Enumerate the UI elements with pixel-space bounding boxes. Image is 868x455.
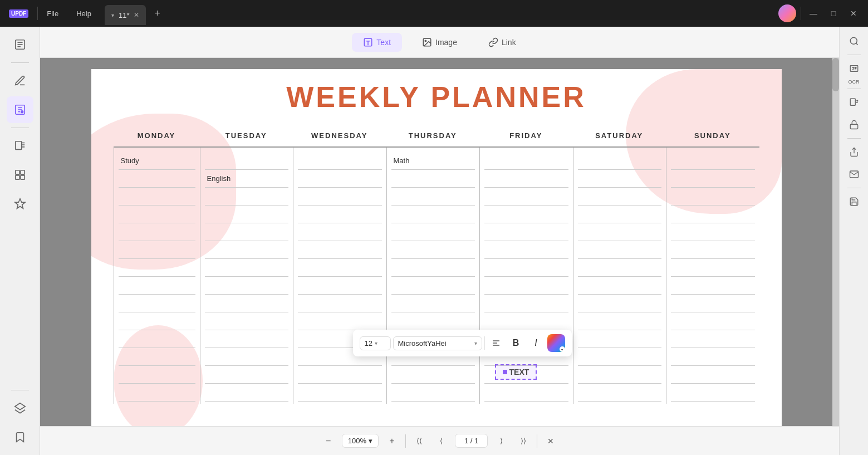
bottom-toolbar: − 100% ▾ + ⟨⟨ ⟨ 1 / 1 ⟩ ⟩⟩ ✕	[40, 426, 839, 455]
monday-line-2	[119, 170, 195, 188]
image-tool-label: Image	[435, 38, 457, 47]
vertical-scrollbar[interactable]	[832, 58, 839, 426]
user-avatar[interactable]	[778, 4, 796, 22]
text-bold-button[interactable]: B	[507, 334, 525, 352]
minimize-button[interactable]: —	[806, 6, 821, 21]
font-size-arrow[interactable]: ▾	[375, 340, 377, 346]
left-sidebar: ◂	[0, 27, 40, 455]
col-wednesday	[293, 148, 386, 404]
bold-symbol: B	[513, 338, 519, 348]
svg-point-18	[425, 40, 426, 41]
text-color-button[interactable]: ▾	[547, 334, 565, 352]
fri-line-9	[484, 295, 568, 312]
file-menu[interactable]: File	[38, 0, 67, 27]
tuesday-line-10	[205, 312, 289, 330]
tab-title: 11*	[119, 11, 130, 19]
monday-line-1: Study	[119, 152, 195, 170]
rp-ocr-label: OCR	[849, 80, 860, 85]
image-tool-button[interactable]: Image	[411, 33, 468, 52]
tuesday-line-3	[205, 188, 289, 206]
tuesday-line-5	[205, 223, 289, 241]
rp-ocr-button[interactable]	[844, 58, 864, 79]
bt-separator-1	[405, 434, 406, 448]
help-menu[interactable]: Help	[67, 0, 100, 27]
rp-sign-button[interactable]	[844, 164, 864, 184]
app-logo: UPDF	[0, 9, 37, 18]
col-sunday	[666, 148, 759, 404]
monday-line-5	[119, 223, 195, 241]
sun-line-9	[671, 295, 755, 312]
rp-protect-button[interactable]	[844, 115, 864, 135]
document-page: WEEKLY PLANNER MONDAY TUESDAY WEDNESDAY …	[91, 69, 782, 426]
content-area: Text Image Link	[40, 27, 839, 455]
zoom-in-button[interactable]: +	[383, 432, 401, 450]
svg-point-8	[21, 111, 23, 113]
sidebar-divider-2	[11, 128, 29, 128]
text-italic-button[interactable]: I	[527, 334, 545, 352]
sun-line-10	[671, 312, 755, 330]
sun-line-11	[671, 330, 755, 348]
tab-dropdown-icon[interactable]: ▾	[111, 12, 114, 18]
color-arrow-icon: ▾	[560, 346, 565, 352]
text-input-placeholder[interactable]: TEXT	[495, 364, 537, 380]
scrollbar-thumb[interactable]	[832, 58, 839, 91]
day-header-tuesday: TUESDAY	[200, 127, 293, 148]
sidebar-annotate-button[interactable]	[7, 67, 33, 94]
thu-line-13	[391, 366, 475, 384]
sun-line-12	[671, 348, 755, 366]
svg-marker-15	[14, 403, 24, 410]
sidebar-organize-button[interactable]	[7, 162, 33, 188]
tab-close-icon[interactable]: ✕	[134, 11, 139, 19]
text-tool-button[interactable]: Text	[352, 33, 402, 52]
link-tool-button[interactable]: Link	[477, 33, 527, 52]
tuesday-line-1	[205, 152, 289, 170]
day-header-friday: FRIDAY	[479, 127, 573, 148]
tuesday-line-6	[205, 241, 289, 259]
rp-convert-button[interactable]	[844, 92, 864, 112]
close-button[interactable]: ✕	[846, 6, 861, 21]
sidebar-read-button[interactable]	[7, 31, 33, 58]
font-name-value: MicrosoftYaHei	[398, 339, 447, 348]
zoom-out-button[interactable]: −	[320, 432, 337, 450]
zoom-level-selector[interactable]: 100% ▾	[342, 434, 379, 448]
main-layout: ◂ Text Image	[0, 27, 868, 455]
monday-line-13	[119, 366, 195, 384]
sat-line-12	[578, 348, 662, 366]
sun-line-8	[671, 277, 755, 295]
wed-line-14	[298, 384, 382, 402]
new-tab-button[interactable]: +	[149, 6, 165, 21]
thu-line-3	[391, 188, 475, 206]
sidebar-convert-button[interactable]	[7, 133, 33, 159]
rp-save-button[interactable]	[844, 192, 864, 212]
svg-rect-10	[15, 170, 19, 174]
monday-line-9	[119, 295, 195, 312]
rp-divider-1	[847, 55, 861, 55]
sat-line-5	[578, 223, 662, 241]
next-page-button[interactable]: ⟩	[492, 432, 510, 450]
canvas-wrapper: WEEKLY PLANNER MONDAY TUESDAY WEDNESDAY …	[40, 58, 839, 455]
sidebar-divider-1	[11, 62, 29, 63]
maximize-button[interactable]: □	[826, 6, 841, 21]
prev-page-button[interactable]: ⟨	[433, 432, 450, 450]
monday-line-10	[119, 312, 195, 330]
document-scroll[interactable]: WEEKLY PLANNER MONDAY TUESDAY WEDNESDAY …	[40, 58, 832, 426]
first-page-button[interactable]: ⟨⟨	[410, 432, 428, 450]
tuesday-line-8	[205, 277, 289, 295]
close-toolbar-button[interactable]: ✕	[542, 432, 560, 450]
rp-share-button[interactable]	[844, 142, 864, 162]
title-bar: UPDF File Help ▾ 11* ✕ + — □ ✕	[0, 0, 868, 27]
font-size-input[interactable]: 12 ▾	[360, 336, 391, 350]
text-align-button[interactable]	[487, 334, 505, 352]
sat-line-11	[578, 330, 662, 348]
tab-11[interactable]: ▾ 11* ✕	[105, 5, 146, 25]
rp-search-button[interactable]	[844, 31, 864, 51]
font-name-select[interactable]: MicrosoftYaHei ▾	[393, 336, 482, 350]
last-page-button[interactable]: ⟩⟩	[514, 432, 532, 450]
sidebar-bookmark-button[interactable]	[7, 424, 33, 451]
font-name-arrow[interactable]: ▾	[474, 340, 477, 346]
sidebar-edit-button[interactable]	[7, 96, 33, 123]
sidebar-ai-button[interactable]	[7, 190, 33, 217]
sidebar-layers-button[interactable]	[7, 395, 33, 422]
sat-line-2	[578, 170, 662, 188]
day-header-thursday: THURSDAY	[386, 127, 480, 148]
